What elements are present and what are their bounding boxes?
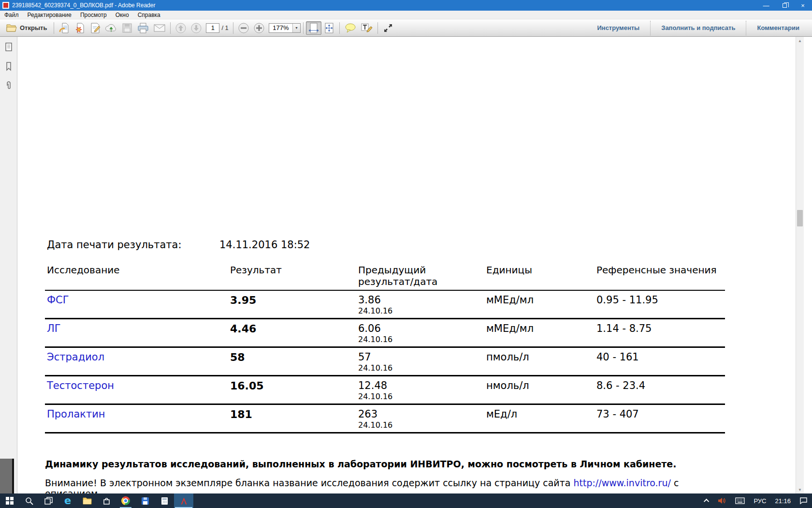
email-button[interactable] <box>151 21 168 35</box>
menu-file[interactable]: Файл <box>0 11 23 19</box>
plus-circle-icon <box>253 22 265 34</box>
document-view: Дата печати результата: 14.11.2016 18:52… <box>18 37 804 493</box>
fit-page-button[interactable] <box>321 21 337 35</box>
test-link[interactable]: ЛГ <box>47 323 61 334</box>
header-previous-line2: результат/дата <box>358 276 486 287</box>
previous-value: 3.86 <box>358 294 486 306</box>
vertical-scrollbar[interactable]: ▲ ▼ <box>796 37 804 493</box>
table-row: ЛГ 4.46 6.0624.10.16 мМЕд/мл 1.14 - 8.75 <box>45 319 725 348</box>
minus-circle-icon <box>238 22 249 34</box>
toolbar-panels: Инструменты Заполнить и подписать Коммен… <box>586 19 810 37</box>
test-link[interactable]: Пролактин <box>47 408 105 420</box>
menu-window[interactable]: Окно <box>111 11 133 19</box>
page-thumbnails-icon <box>4 42 14 52</box>
zoom-dropdown-arrow[interactable]: ▼ <box>292 24 300 32</box>
minimize-button[interactable]: — <box>757 0 775 11</box>
windows-logo-icon <box>6 497 14 505</box>
window-controls: — × <box>757 0 812 11</box>
toolbar-separator <box>54 22 54 34</box>
scroll-up-arrow[interactable]: ▲ <box>796 37 804 45</box>
start-button[interactable] <box>0 493 19 508</box>
restore-button[interactable] <box>775 0 794 11</box>
calculator-button[interactable] <box>155 493 174 508</box>
open-button[interactable]: Открыть <box>2 21 51 35</box>
highlight-text-button[interactable] <box>359 21 375 35</box>
toolbar-separator <box>303 22 304 34</box>
chrome-button[interactable] <box>116 493 135 508</box>
page-number-input[interactable]: 1 <box>206 23 219 33</box>
fit-page-icon <box>323 22 335 34</box>
adobe-reader-taskbar-button[interactable] <box>174 493 193 508</box>
edge-icon: e <box>64 496 71 506</box>
action-center-icon <box>799 497 808 505</box>
scrollbar-thumb[interactable] <box>797 210 803 226</box>
invitro-link[interactable]: http://www.invitro.ru/ <box>573 478 670 488</box>
units-value: пмоль/л <box>486 351 529 363</box>
comment-panel-button[interactable]: Комментарии <box>746 19 810 37</box>
edge-button[interactable]: e <box>58 493 77 508</box>
menu-view[interactable]: Просмотр <box>76 11 111 19</box>
reference-range: 1.14 - 8.75 <box>596 323 652 334</box>
chevron-up-icon <box>704 499 709 504</box>
result-value: 4.46 <box>230 323 256 335</box>
bookmarks-button[interactable] <box>2 60 15 73</box>
task-view-button[interactable] <box>39 493 58 508</box>
attachments-button[interactable] <box>2 79 15 92</box>
tools-panel-button[interactable]: Инструменты <box>586 19 650 37</box>
table-header-row: Исследование Результат Предыдущий резуль… <box>45 264 725 291</box>
document-pencil-icon <box>89 22 101 34</box>
file-explorer-button[interactable] <box>77 493 97 508</box>
fullscreen-button[interactable] <box>380 21 396 35</box>
table-row: ФСГ 3.95 3.8624.10.16 мМЕд/мл 0.95 - 11.… <box>45 291 725 319</box>
send-file-button[interactable] <box>57 21 72 35</box>
test-link[interactable]: Тестостерон <box>47 380 114 391</box>
menu-edit[interactable]: Редактирование <box>23 11 76 19</box>
previous-page-button[interactable] <box>173 21 188 35</box>
page-thumbnails-button[interactable] <box>2 41 15 53</box>
test-link[interactable]: Эстрадиол <box>47 351 104 363</box>
zoom-level-control[interactable]: 177% ▼ <box>269 23 301 33</box>
navigation-pane-strip <box>0 37 17 493</box>
fit-width-button[interactable] <box>306 21 321 35</box>
close-button[interactable]: × <box>794 0 812 11</box>
title-bar: 239188542_60239374_0_ВОЛКОВ.pdf - Adobe … <box>0 0 812 11</box>
next-page-button[interactable] <box>188 21 204 35</box>
attention-text: Внимание! В электронном экземпляре бланк… <box>45 478 573 488</box>
header-previous: Предыдущий результат/дата <box>358 264 486 287</box>
highlight-text-icon <box>361 23 373 33</box>
reference-range: 8.6 - 23.4 <box>596 380 645 391</box>
cloud-upload-button[interactable] <box>103 21 119 35</box>
taskbar-search-button[interactable] <box>19 493 39 508</box>
fill-sign-panel-button[interactable]: Заполнить и подписать <box>651 19 746 37</box>
document-star-icon <box>74 22 86 34</box>
desktop-screen: 239188542_60239374_0_ВОЛКОВ.pdf - Adobe … <box>0 0 812 508</box>
touch-keyboard-button[interactable] <box>731 493 749 508</box>
scroll-down-arrow[interactable]: ▼ <box>796 486 804 493</box>
save-button[interactable] <box>119 21 135 35</box>
previous-date: 24.10.16 <box>358 335 486 344</box>
menu-help[interactable]: Справка <box>133 11 165 19</box>
sign-document-button[interactable] <box>87 21 103 35</box>
clock[interactable]: 21:16 <box>770 493 795 508</box>
add-comment-button[interactable] <box>342 21 359 35</box>
floppy-app-button[interactable] <box>135 493 155 508</box>
save-floppy-icon <box>121 22 133 34</box>
store-button[interactable] <box>97 493 116 508</box>
zoom-out-button[interactable] <box>236 21 251 35</box>
action-center-button[interactable] <box>795 493 812 508</box>
print-date-row: Дата печати результата: 14.11.2016 18:52 <box>45 239 310 251</box>
taskbar: e РУС 21:16 <box>0 493 812 508</box>
result-value: 58 <box>230 351 245 363</box>
volume-button[interactable] <box>713 493 731 508</box>
create-pdf-button[interactable] <box>72 21 87 35</box>
file-explorer-icon <box>83 497 92 505</box>
language-indicator[interactable]: РУС <box>749 493 770 508</box>
previous-date: 24.10.16 <box>358 420 486 430</box>
print-button[interactable] <box>135 21 151 35</box>
tray-chevron-button[interactable] <box>701 493 713 508</box>
units-value: мЕд/л <box>486 408 517 420</box>
previous-date: 24.10.16 <box>358 392 486 401</box>
test-link[interactable]: ФСГ <box>47 294 69 306</box>
zoom-in-button[interactable] <box>251 21 267 35</box>
result-value: 181 <box>230 408 252 420</box>
